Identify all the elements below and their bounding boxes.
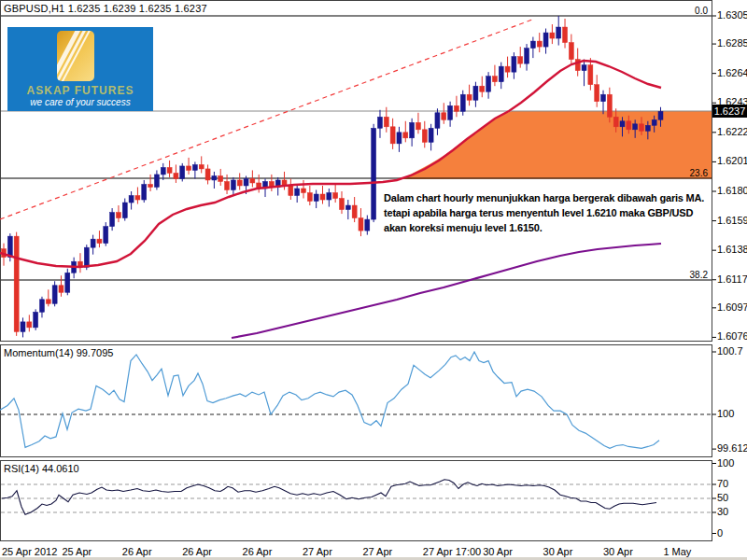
candle <box>492 77 497 82</box>
price-tick-label: 1.6305 <box>717 9 747 21</box>
mt4-chart-window: ASKAP FUTURES we care of your success GB… <box>0 0 747 560</box>
candle <box>352 205 357 218</box>
candle <box>448 105 453 119</box>
candle <box>499 66 503 82</box>
candle <box>327 193 331 201</box>
candle <box>205 169 210 180</box>
price-tick-label: 1.6201 <box>717 155 747 166</box>
candle <box>403 133 408 138</box>
fib-level-label: 0.0 <box>670 6 708 16</box>
candle <box>52 286 57 304</box>
price-tick-label: 1.6222 <box>717 126 747 137</box>
analysis-annotation: Dalam chart hourly menunjukkan harga ber… <box>384 190 709 235</box>
time-tick-label: 25 Apr <box>62 546 92 557</box>
candle <box>473 86 478 100</box>
candle <box>480 86 485 91</box>
candle <box>372 128 376 219</box>
logo-tagline: we care of your success <box>7 97 153 107</box>
rsi-tick-label: 70 <box>717 478 728 489</box>
candle <box>422 130 427 143</box>
price-tick-label: 1.6138 <box>717 244 747 255</box>
candle <box>39 300 44 313</box>
candle <box>135 196 140 201</box>
candle <box>384 117 388 127</box>
candle <box>59 286 63 293</box>
price-tick-label: 1.6285 <box>717 37 747 49</box>
price-tick-label: 1.6180 <box>717 185 747 196</box>
broker-logo: ASKAP FUTURES we care of your success <box>7 27 153 111</box>
candle <box>116 213 120 218</box>
candle <box>607 94 612 117</box>
rsi-tick-label: 50 <box>717 492 728 503</box>
candle <box>225 181 230 189</box>
logo-gold-badge-icon <box>57 31 94 81</box>
candle <box>21 322 25 332</box>
momentum-indicator-label: Momentum(14) 99.7095 <box>4 347 113 358</box>
candle <box>397 133 402 144</box>
candle <box>390 127 395 144</box>
rsi-tick-label: 0 <box>717 527 723 539</box>
candle <box>212 175 217 180</box>
rsi-tick-label: 100 <box>717 457 734 469</box>
candle <box>645 125 650 131</box>
candle <box>454 105 458 111</box>
candle <box>174 173 178 178</box>
time-tick-label: 27 Apr 17:00 <box>423 546 481 557</box>
price-tick-label: 1.6159 <box>717 215 747 226</box>
candle <box>192 164 197 170</box>
candle <box>365 219 370 231</box>
candle <box>7 236 12 258</box>
candle <box>250 178 255 183</box>
time-tick-label: 1 May <box>663 546 691 557</box>
fib-level-label: 38.2 <box>670 270 708 280</box>
candle <box>84 247 89 267</box>
candle <box>167 167 172 173</box>
candle <box>46 300 50 304</box>
candle <box>410 122 415 138</box>
candle <box>307 193 312 202</box>
candle <box>429 128 433 142</box>
candle <box>512 57 516 73</box>
rsi-tick-label: 30 <box>717 506 728 517</box>
time-tick-label: 27 Apr <box>303 546 332 557</box>
candle <box>359 218 363 231</box>
candle <box>652 119 656 125</box>
time-tick-label: 25 Apr 2012 <box>2 546 57 557</box>
candle <box>34 312 38 328</box>
candle <box>231 180 235 190</box>
candle <box>557 27 561 38</box>
time-tick-label: 26 Apr <box>243 546 273 557</box>
candle <box>620 121 625 127</box>
candle <box>345 205 350 210</box>
momentum-tick-label: 100 <box>717 408 734 419</box>
time-tick-label: 30 Apr <box>483 546 513 557</box>
candle <box>237 180 242 186</box>
candle <box>601 94 606 102</box>
candle <box>518 57 523 64</box>
candle <box>486 77 491 92</box>
candle <box>302 189 306 193</box>
candle <box>91 239 95 247</box>
candle <box>314 194 318 202</box>
candle <box>525 49 529 64</box>
candle <box>142 184 147 200</box>
candle <box>442 113 446 120</box>
candle <box>435 113 440 129</box>
current-price-tag: 1.6237 <box>712 105 747 118</box>
candle <box>339 199 344 210</box>
chart-ohlc-header: GBPUSD,H1 1.6235 1.6239 1.6235 1.6237 <box>4 3 207 14</box>
candle <box>14 236 19 331</box>
candle <box>110 213 115 227</box>
candle <box>187 166 191 171</box>
candle <box>161 167 165 175</box>
candle <box>613 117 618 127</box>
time-tick-label: 26 Apr <box>122 546 152 557</box>
rsi-indicator-label: RSI(14) 44.0610 <box>4 463 79 474</box>
candle <box>627 121 631 130</box>
candle <box>122 203 127 218</box>
candle <box>129 196 134 203</box>
candle <box>333 193 338 199</box>
candle <box>97 239 102 244</box>
time-tick-label: 30 Apr <box>543 546 573 557</box>
candle <box>595 85 599 102</box>
